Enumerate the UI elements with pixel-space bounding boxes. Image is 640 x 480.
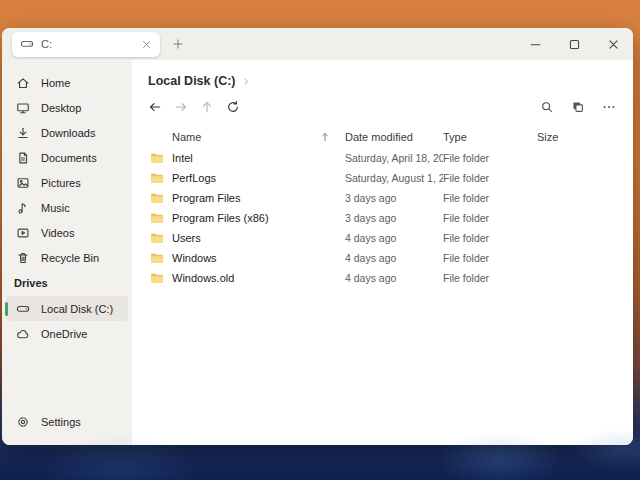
window-body: Home Desktop Downloads — [2, 60, 633, 445]
plus-icon[interactable] — [172, 38, 184, 50]
file-date-modified: 4 days ago — [345, 252, 443, 264]
file-type: File folder — [443, 212, 537, 224]
file-row[interactable]: Intel Saturday, April 18, 2020 File fold… — [132, 148, 633, 168]
action-buttons — [528, 96, 621, 118]
sidebar-item-label: Documents — [41, 152, 97, 164]
file-type: File folder — [443, 172, 537, 184]
nav-button[interactable] — [221, 96, 245, 118]
sidebar-drive-label: Local Disk (C:) — [41, 303, 113, 315]
sidebar-nav: Home Desktop Downloads — [2, 70, 132, 270]
desktop-wallpaper: C: — [0, 0, 640, 480]
back-icon — [148, 100, 162, 114]
file-type: File folder — [443, 192, 537, 204]
tab-bar: C: — [2, 28, 633, 60]
navigation-buttons — [142, 96, 246, 118]
nav-button[interactable] — [143, 96, 167, 118]
file-date-modified: 4 days ago — [345, 232, 443, 244]
file-type: File folder — [443, 272, 537, 284]
breadcrumb: Local Disk (C:) — [148, 74, 633, 88]
sidebar-item[interactable]: Home — [6, 70, 128, 95]
pictures-icon — [16, 176, 30, 190]
close-icon[interactable] — [141, 39, 152, 50]
desktop-icon — [16, 101, 30, 115]
file-type: File folder — [443, 252, 537, 264]
file-row[interactable]: Program Files 3 days ago File folder — [132, 188, 633, 208]
settings-label: Settings — [41, 416, 81, 428]
sidebar-drive-item[interactable]: Local Disk (C:) — [6, 296, 128, 321]
file-type: File folder — [443, 232, 537, 244]
sidebar-drive-label: OneDrive — [41, 328, 87, 340]
videos-icon — [16, 226, 30, 240]
close-icon[interactable] — [607, 38, 620, 51]
drive-icon — [20, 37, 34, 51]
sidebar-item-settings[interactable]: Settings — [6, 409, 128, 434]
documents-icon — [16, 151, 30, 165]
drives-section-label: Drives — [14, 277, 132, 289]
sidebar-item-label: Downloads — [41, 127, 95, 139]
file-date-modified: 3 days ago — [345, 212, 443, 224]
cloud-icon — [16, 327, 30, 341]
file-name: Intel — [172, 152, 345, 164]
home-icon — [16, 76, 30, 90]
sidebar-item-label: Recycle Bin — [41, 252, 99, 264]
forward-icon — [174, 100, 188, 114]
window-controls — [529, 38, 633, 51]
file-row[interactable]: PerfLogs Saturday, August 1, 2020 File f… — [132, 168, 633, 188]
minimize-icon[interactable] — [529, 38, 542, 51]
sidebar-item[interactable]: Downloads — [6, 120, 128, 145]
folder-icon — [149, 251, 165, 265]
file-name: Program Files — [172, 192, 345, 204]
file-date-modified: 4 days ago — [345, 272, 443, 284]
chevron-right-icon[interactable] — [242, 77, 251, 86]
music-icon — [16, 201, 30, 215]
file-row[interactable]: Program Files (x86) 3 days ago File fold… — [132, 208, 633, 228]
file-name: Users — [172, 232, 345, 244]
sidebar-item-label: Desktop — [41, 102, 81, 114]
file-explorer-window: C: — [2, 28, 633, 445]
maximize-icon[interactable] — [568, 38, 581, 51]
folder-icon — [149, 211, 165, 225]
sidebar-item[interactable]: Desktop — [6, 95, 128, 120]
folder-icon — [149, 151, 165, 165]
nav-button[interactable] — [195, 96, 219, 118]
sidebar-item[interactable]: Music — [6, 195, 128, 220]
refresh-icon — [226, 100, 240, 114]
column-header-date-modified[interactable]: Date modified — [345, 131, 443, 143]
sort-ascending-icon — [319, 131, 331, 143]
column-header-type[interactable]: Type — [443, 131, 537, 143]
file-name: Windows.old — [172, 272, 345, 284]
folder-icon — [149, 191, 165, 205]
action-button[interactable] — [566, 96, 590, 118]
file-row[interactable]: Users 4 days ago File folder — [132, 228, 633, 248]
breadcrumb-current-folder[interactable]: Local Disk (C:) — [148, 74, 236, 88]
tab-local-disk[interactable]: C: — [12, 32, 160, 57]
nav-button[interactable] — [169, 96, 193, 118]
file-row[interactable]: Windows.old 4 days ago File folder — [132, 268, 633, 288]
file-row[interactable]: Windows 4 days ago File folder — [132, 248, 633, 268]
folder-icon — [149, 231, 165, 245]
sidebar-spacer — [2, 346, 132, 409]
file-name: Program Files (x86) — [172, 212, 345, 224]
file-list: Intel Saturday, April 18, 2020 File fold… — [132, 148, 633, 288]
tab-title: C: — [41, 38, 141, 50]
action-button[interactable] — [597, 96, 621, 118]
sidebar-item-label: Pictures — [41, 177, 81, 189]
sidebar-item[interactable]: Videos — [6, 220, 128, 245]
sidebar: Home Desktop Downloads — [2, 60, 132, 445]
sidebar-drive-item[interactable]: OneDrive — [6, 321, 128, 346]
action-button[interactable] — [535, 96, 559, 118]
sidebar-item[interactable]: Recycle Bin — [6, 245, 128, 270]
file-name: PerfLogs — [172, 172, 345, 184]
main-pane: Local Disk (C:) — [132, 60, 633, 445]
sidebar-item[interactable]: Documents — [6, 145, 128, 170]
folder-icon — [149, 171, 165, 185]
folder-icon — [149, 271, 165, 285]
file-name: Windows — [172, 252, 345, 264]
column-header-size[interactable]: Size — [537, 131, 613, 143]
column-header-name[interactable]: Name — [172, 131, 345, 143]
sidebar-item[interactable]: Pictures — [6, 170, 128, 195]
sidebar-item-label: Videos — [41, 227, 74, 239]
recycle-bin-icon — [16, 251, 30, 265]
column-headers: Name Date modified Type Size — [132, 126, 633, 148]
file-date-modified: 3 days ago — [345, 192, 443, 204]
